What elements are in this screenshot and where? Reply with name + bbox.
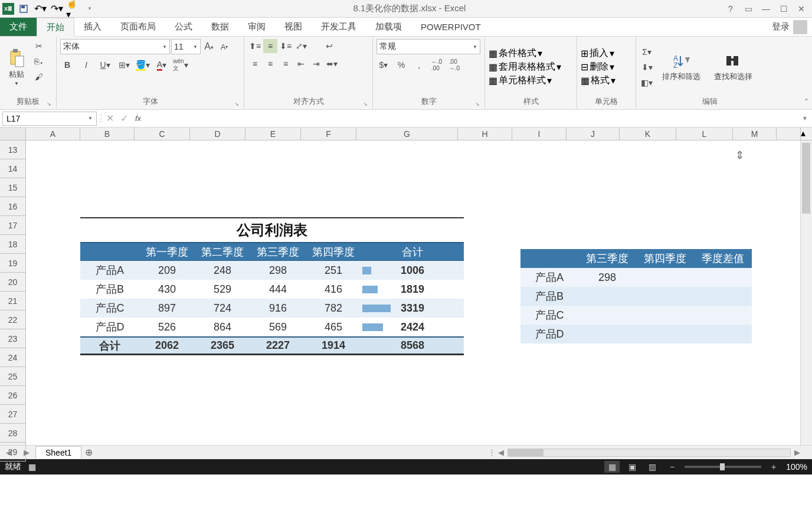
col-header-C[interactable]: C bbox=[135, 127, 190, 140]
row-header-22[interactable]: 22 bbox=[0, 310, 26, 329]
sheet-tab[interactable]: Sheet1 bbox=[35, 446, 81, 459]
col-header-J[interactable]: J bbox=[567, 127, 620, 140]
col-header-B[interactable]: B bbox=[80, 127, 135, 140]
insert-function-button[interactable]: fx bbox=[131, 112, 145, 126]
align-top-button[interactable]: ⬆≡ bbox=[248, 39, 262, 53]
vscroll-thumb[interactable] bbox=[802, 143, 810, 214]
align-left-button[interactable]: ≡ bbox=[248, 57, 262, 71]
decrease-decimal-button[interactable]: .00→.0 bbox=[447, 58, 461, 72]
minimize-button[interactable]: — bbox=[758, 2, 774, 16]
row-header-13[interactable]: 13 bbox=[0, 140, 26, 159]
macro-record-icon[interactable]: ▦ bbox=[28, 462, 36, 472]
vscroll-up-button[interactable]: ▴ bbox=[800, 127, 812, 140]
collapse-ribbon-button[interactable]: ˄ bbox=[804, 97, 808, 107]
tab-file[interactable]: 文件 bbox=[0, 18, 37, 36]
comma-button[interactable]: , bbox=[412, 58, 426, 72]
insert-cells-button[interactable]: ⊞ 插入▾ bbox=[581, 47, 632, 60]
col-header-G[interactable]: G bbox=[356, 127, 458, 140]
row-header-14[interactable]: 14 bbox=[0, 159, 26, 178]
align-center-button[interactable]: ≡ bbox=[263, 57, 277, 71]
cell-styles-button[interactable]: ▦ 单元格样式▾ bbox=[489, 74, 573, 87]
zoom-in-button[interactable]: + bbox=[766, 461, 781, 473]
row-header-23[interactable]: 23 bbox=[0, 329, 26, 348]
paste-button[interactable]: 粘贴▼ bbox=[4, 39, 30, 95]
tab-addins[interactable]: 加载项 bbox=[366, 18, 411, 36]
qat-customize[interactable]: ▼ bbox=[83, 2, 97, 16]
tab-developer[interactable]: 开发工具 bbox=[312, 18, 366, 36]
tab-data[interactable]: 数据 bbox=[202, 18, 238, 36]
row-header-28[interactable]: 28 bbox=[0, 424, 26, 443]
increase-indent-button[interactable]: ⇥ bbox=[309, 57, 323, 71]
sheet-nav-prev[interactable]: ◀ bbox=[0, 448, 18, 457]
tab-review[interactable]: 审阅 bbox=[238, 18, 275, 36]
delete-cells-button[interactable]: ⊟ 删除▾ bbox=[581, 61, 632, 73]
fill-button[interactable]: ⬇▾ bbox=[640, 60, 654, 74]
align-right-button[interactable]: ≡ bbox=[279, 57, 293, 71]
italic-button[interactable]: I bbox=[79, 58, 93, 72]
col-header-E[interactable]: E bbox=[245, 127, 301, 140]
page-break-view-button[interactable]: ▥ bbox=[644, 461, 660, 473]
row-header-21[interactable]: 21 bbox=[0, 292, 26, 310]
decrease-font-button[interactable]: A▾ bbox=[217, 40, 231, 54]
col-header-L[interactable]: L bbox=[676, 127, 733, 140]
zoom-thumb[interactable] bbox=[720, 463, 725, 470]
ribbon-display-button[interactable]: ▭ bbox=[740, 2, 757, 16]
sheet-nav-next[interactable]: ▶ bbox=[18, 448, 35, 457]
select-all-button[interactable] bbox=[0, 127, 26, 140]
enter-formula-button[interactable]: ✓ bbox=[117, 112, 131, 126]
row-header-26[interactable]: 26 bbox=[0, 386, 26, 405]
format-cells-button[interactable]: ▦ 格式▾ bbox=[581, 74, 632, 87]
copy-button[interactable]: ⎘▾ bbox=[32, 54, 46, 68]
normal-view-button[interactable]: ▦ bbox=[604, 461, 620, 473]
percent-button[interactable]: % bbox=[394, 58, 408, 72]
format-as-table-button[interactable]: ▦ 套用表格格式▾ bbox=[489, 61, 573, 73]
expand-formula-bar[interactable]: ▼ bbox=[798, 112, 812, 126]
zoom-level[interactable]: 100% bbox=[786, 462, 807, 472]
formula-input[interactable] bbox=[145, 112, 798, 126]
row-header-25[interactable]: 25 bbox=[0, 367, 26, 386]
col-header-A[interactable]: A bbox=[26, 127, 80, 140]
touch-mode-button[interactable]: ☝▾ bbox=[66, 2, 80, 16]
font-launcher[interactable]: ↘ bbox=[234, 101, 239, 107]
cut-button[interactable]: ✂ bbox=[32, 39, 46, 53]
row-header-19[interactable]: 19 bbox=[0, 254, 26, 273]
increase-font-button[interactable]: A▴ bbox=[202, 40, 216, 54]
orientation-button[interactable]: ⤢▾ bbox=[294, 39, 308, 53]
tab-insert[interactable]: 插入 bbox=[74, 18, 111, 36]
zoom-out-button[interactable]: − bbox=[664, 461, 680, 473]
add-sheet-button[interactable]: ⊕ bbox=[81, 447, 96, 458]
name-box[interactable]: L17▼ bbox=[2, 112, 97, 126]
find-select-button[interactable]: 查找和选择 bbox=[708, 39, 758, 95]
tab-powerpivot[interactable]: POWERPIVOT bbox=[411, 18, 490, 36]
row-header-15[interactable]: 15 bbox=[0, 178, 26, 197]
tab-view[interactable]: 视图 bbox=[275, 18, 312, 36]
col-header-K[interactable]: K bbox=[620, 127, 676, 140]
save-button[interactable] bbox=[17, 2, 31, 16]
font-color-button[interactable]: A▾ bbox=[155, 58, 169, 72]
clear-button[interactable]: ◧▾ bbox=[640, 76, 654, 90]
increase-decimal-button[interactable]: ←.0.00 bbox=[430, 58, 444, 72]
bold-button[interactable]: B bbox=[60, 58, 74, 72]
phonetic-button[interactable]: wén文▾ bbox=[173, 58, 188, 72]
undo-button[interactable]: ↶▾ bbox=[33, 2, 47, 16]
hscroll-thumb[interactable] bbox=[508, 449, 543, 456]
col-header-F[interactable]: F bbox=[301, 127, 356, 140]
avatar-icon[interactable] bbox=[793, 20, 807, 34]
font-size-combo[interactable]: 11▼ bbox=[171, 39, 201, 54]
tab-home[interactable]: 开始 bbox=[37, 18, 74, 37]
decrease-indent-button[interactable]: ⇤ bbox=[294, 57, 308, 71]
row-header-16[interactable]: 16 bbox=[0, 197, 26, 216]
col-header-D[interactable]: D bbox=[190, 127, 245, 140]
accounting-format-button[interactable]: $▾ bbox=[376, 58, 391, 72]
conditional-format-button[interactable]: ▦ 条件格式▾ bbox=[489, 47, 573, 60]
login-link[interactable]: 登录 bbox=[772, 21, 790, 32]
col-header-I[interactable]: I bbox=[512, 127, 567, 140]
redo-button[interactable]: ↷▾ bbox=[50, 2, 64, 16]
maximize-button[interactable]: ☐ bbox=[775, 2, 792, 16]
number-format-combo[interactable]: 常规▼ bbox=[376, 39, 480, 54]
alignment-launcher[interactable]: ↘ bbox=[363, 101, 368, 107]
clipboard-launcher[interactable]: ↘ bbox=[47, 101, 51, 107]
wrap-text-button[interactable]: ↩ bbox=[322, 39, 336, 53]
tab-formulas[interactable]: 公式 bbox=[165, 18, 202, 36]
border-button[interactable]: ⊞▾ bbox=[117, 58, 131, 72]
